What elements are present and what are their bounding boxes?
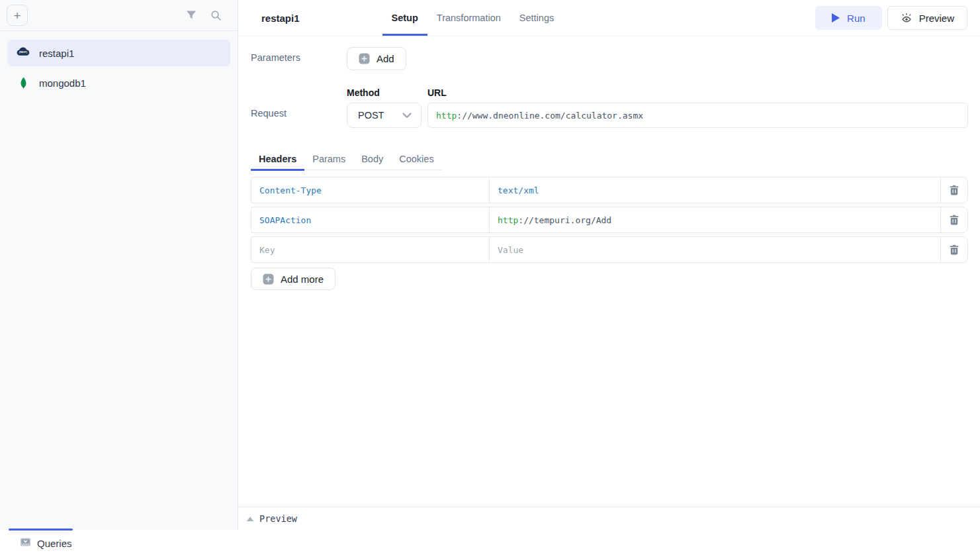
header-key-field[interactable]: Key [251, 236, 490, 263]
chevron-down-icon [402, 113, 412, 119]
method-label: Method [347, 87, 422, 98]
add-entity-button[interactable]: + [7, 5, 28, 26]
method-select[interactable]: POST [347, 103, 422, 128]
trash-icon [950, 244, 959, 255]
preview-button[interactable]: Preview [887, 6, 967, 30]
sidebar-header-icons [186, 10, 222, 21]
delete-row-button[interactable] [940, 236, 968, 263]
add-parameter-button[interactable]: Add [347, 47, 406, 70]
tab-settings[interactable]: Settings [510, 0, 563, 36]
header-row-2: SOAPAction http://tempuri.org/Add [251, 207, 968, 233]
header-actions: Run Preview [815, 0, 967, 36]
url-scheme-text: http [436, 111, 457, 121]
header-key-text: SOAPAction [259, 215, 311, 225]
parameters-label: Parameters [251, 47, 347, 70]
url-rest-text: ://www.dneonline.com/calculator.asmx [457, 111, 643, 121]
tab-params[interactable]: Params [304, 149, 353, 171]
plus-square-icon [263, 274, 274, 285]
method-value: POST [358, 110, 384, 121]
method-field-group: Method POST [347, 87, 422, 128]
sidebar-item-restapi1[interactable]: {REST} restapi1 [7, 40, 230, 66]
delete-row-button[interactable] [940, 177, 968, 203]
headers-table: Content-Type text/xml SOAPAction [251, 177, 968, 290]
query-title: restapi1 [261, 13, 300, 24]
main-panel: restapi1 Setup Transformation Settings R… [238, 0, 980, 557]
tab-setup[interactable]: Setup [382, 0, 427, 36]
queries-tab-active-indicator [9, 529, 73, 531]
search-icon[interactable] [210, 10, 222, 21]
header-value-field[interactable]: text/xml [489, 177, 941, 203]
entity-sidebar: + {REST} restapi1 [0, 0, 238, 557]
request-config-tabs: Headers Params Body Cookies [251, 149, 442, 170]
filter-icon[interactable] [186, 10, 197, 21]
add-more-button[interactable]: Add more [251, 268, 335, 290]
header-key-field[interactable]: SOAPAction [251, 207, 490, 233]
url-field-group: URL http://www.dneonline.com/calculator.… [427, 87, 968, 128]
header-key-placeholder: Key [259, 245, 275, 255]
parameters-section: Parameters Add [251, 47, 968, 70]
app-window: + {REST} restapi1 [0, 0, 980, 557]
url-input[interactable]: http://www.dneonline.com/calculator.asmx [427, 103, 968, 128]
trash-icon [950, 215, 959, 225]
header-value-placeholder: Value [498, 245, 523, 255]
tab-body[interactable]: Body [353, 149, 391, 171]
request-section: Request Method POST URL [251, 87, 968, 128]
run-button[interactable]: Run [815, 6, 882, 30]
main-header: restapi1 Setup Transformation Settings R… [238, 0, 980, 36]
entity-label: mongodb1 [39, 77, 86, 89]
header-value-rest-text: ://tempuri.org/Add [518, 215, 611, 225]
header-key-text: Content-Type [259, 185, 322, 195]
eye-icon [901, 13, 913, 23]
svg-text:{REST}: {REST} [19, 51, 28, 54]
trash-icon [950, 185, 959, 195]
header-row-3: Key Value [251, 236, 968, 263]
preview-button-label: Preview [919, 13, 954, 24]
header-row-1: Content-Type text/xml [251, 177, 968, 203]
delete-row-button[interactable] [940, 207, 968, 233]
play-icon [832, 13, 840, 23]
query-editor-body: Parameters Add Request Method POST [238, 36, 980, 507]
header-key-field[interactable]: Content-Type [251, 177, 490, 203]
add-more-label: Add more [281, 274, 324, 285]
url-label: URL [427, 87, 968, 98]
queries-icon [20, 536, 31, 550]
queries-tab-label[interactable]: Queries [37, 538, 72, 549]
tab-headers[interactable]: Headers [251, 149, 304, 171]
sidebar-header: + [0, 0, 238, 31]
response-preview-label: Preview [259, 513, 297, 524]
mongodb-icon [17, 77, 30, 89]
collapse-up-icon [247, 517, 253, 521]
tab-transformation[interactable]: Transformation [427, 0, 510, 36]
request-label: Request [251, 87, 347, 128]
rest-api-icon: {REST} [17, 47, 30, 60]
request-fields: Method POST URL http://www.dneonline.com… [347, 87, 968, 128]
plus-square-icon [359, 53, 370, 64]
sidebar-item-mongodb1[interactable]: mongodb1 [7, 70, 230, 96]
sidebar-main: + {REST} restapi1 [0, 0, 238, 530]
add-parameter-label: Add [377, 53, 394, 64]
tab-cookies[interactable]: Cookies [391, 149, 441, 171]
entity-label: restapi1 [39, 48, 74, 59]
bottom-spacer [238, 530, 980, 557]
header-value-field[interactable]: Value [489, 236, 941, 263]
header-value-field[interactable]: http://tempuri.org/Add [489, 207, 941, 233]
sidebar-bottom-bar: Queries [0, 530, 238, 557]
header-value-scheme-text: http [498, 215, 518, 225]
header-value-text: text/xml [498, 185, 539, 195]
entity-list: {REST} restapi1 mongodb1 [0, 31, 238, 108]
run-button-label: Run [847, 13, 866, 24]
header-tabs: Setup Transformation Settings [382, 0, 564, 36]
response-preview-toggle[interactable]: Preview [238, 507, 980, 530]
